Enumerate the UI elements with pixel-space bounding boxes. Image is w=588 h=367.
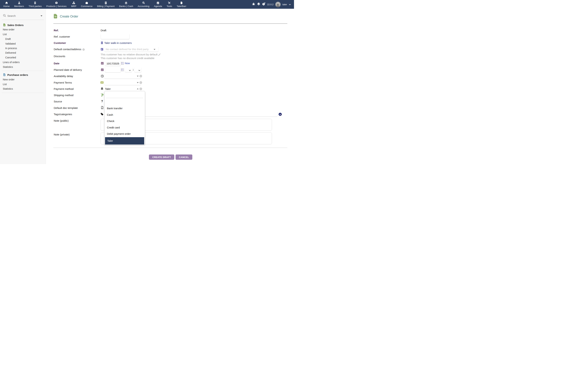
shipping-dolly-icon <box>101 93 104 97</box>
search-caret-icon[interactable] <box>41 15 42 17</box>
contact-info-icon[interactable]: i <box>82 48 85 51</box>
availability-delay-label: Availability delay <box>54 75 73 78</box>
menu-home-label: Home <box>3 5 10 8</box>
date-input[interactable] <box>105 61 121 66</box>
menu-members[interactable]: Members <box>12 0 26 9</box>
menu-agenda-label: Agenda <box>154 5 162 8</box>
user-avatar[interactable] <box>276 2 281 7</box>
sidebar-item-new-order[interactable]: New order <box>3 28 15 31</box>
shipping-method-label: Shipping method <box>54 94 73 97</box>
dropdown-option-empty[interactable] <box>105 99 145 105</box>
availability-info-icon[interactable]: i <box>139 75 142 77</box>
pdf-file-icon <box>101 106 104 110</box>
delivery-hour-select[interactable] <box>125 68 132 72</box>
sidebar-section-sales-orders[interactable]: Sales Orders <box>7 24 24 26</box>
search-underline <box>2 20 44 20</box>
sidebar-item-validated[interactable]: Validated <box>5 42 16 45</box>
payment-terms-label: Payment Terms <box>54 81 72 84</box>
planned-delivery-date-input[interactable] <box>105 68 121 73</box>
sidebar-item-in-process[interactable]: In process <box>5 47 17 50</box>
sidebar-separator <box>2 93 44 93</box>
sidebar-item-draft[interactable]: Draft <box>5 38 11 40</box>
dropdown-option-bank-transfer[interactable]: Bank transfer <box>105 105 145 111</box>
contact-select-caret-icon[interactable] <box>154 49 156 50</box>
doc-template-label: Default doc template <box>54 106 78 109</box>
availability-select-caret-icon <box>137 76 138 77</box>
customer-label: Customer <box>54 42 66 44</box>
create-draft-button[interactable]: CREATE DRAFT <box>149 154 174 160</box>
menu-third-parties[interactable]: Third parties <box>26 0 44 9</box>
search-input[interactable] <box>7 14 37 17</box>
menu-commerce[interactable]: Commerce <box>78 0 95 9</box>
payment-terms-info-icon[interactable]: i <box>139 81 142 84</box>
menu-agenda[interactable]: Agenda <box>152 0 164 9</box>
dropdown-option-debit-payment-order[interactable]: Debit payment order <box>105 131 145 137</box>
delivery-minute-select[interactable] <box>134 68 142 72</box>
menu-accounting[interactable]: $ Accounting <box>135 0 152 9</box>
dropdown-option-cash[interactable]: Cash <box>105 112 145 118</box>
date-label: Date <box>54 62 60 65</box>
svg-text:$: $ <box>143 2 144 3</box>
ref-customer-input[interactable] <box>101 34 130 39</box>
mrp-cubes-icon <box>72 1 75 4</box>
sidebar-section-purchase-orders[interactable]: Purchase orders <box>7 73 28 76</box>
sidebar-item-po-list[interactable]: List <box>3 83 7 86</box>
help-icon[interactable]: ? <box>262 2 265 6</box>
banks-landmark-icon <box>125 1 128 4</box>
dropdown-option-credit-card[interactable]: Credit card <box>105 125 145 131</box>
menu-mrp-label: MRP <box>71 5 76 8</box>
datepicker-button-icon[interactable] <box>121 62 124 65</box>
sidebar-item-list[interactable]: List <box>3 33 7 36</box>
billing-invoice-icon: $ <box>104 1 107 4</box>
sidebar-item-delivered[interactable]: Delivered <box>5 51 16 54</box>
datepicker-button-icon[interactable] <box>121 68 124 72</box>
left-menu: Sales Orders New order List Draft Valida… <box>0 9 46 164</box>
sidebar-item-po-new-order[interactable]: New order <box>3 78 15 81</box>
payment-method-search-input[interactable] <box>106 92 142 97</box>
customer-link[interactable]: Taler walk-in customers <box>104 42 132 44</box>
time-separator: : <box>133 68 134 71</box>
menu-billing-payment[interactable]: $ Billing | Payment <box>95 0 117 9</box>
payment-terms-select[interactable] <box>104 81 141 85</box>
calendar-icon <box>101 68 104 72</box>
tag-icon <box>100 113 104 116</box>
products-cube-icon <box>55 1 58 4</box>
dropdown-option-check[interactable]: Check <box>105 118 145 124</box>
availability-delay-select[interactable] <box>104 74 141 79</box>
edit-pencil-icon[interactable] <box>158 53 161 56</box>
dropdown-option-taler-selected[interactable]: Taler <box>105 137 144 144</box>
menu-products-services[interactable]: Products | Services <box>44 0 69 9</box>
payment-method-info-icon[interactable]: i <box>139 88 142 90</box>
payment-method-label: Payment method <box>54 87 73 90</box>
chevron-down-icon[interactable] <box>289 3 291 6</box>
menu-banks-cash[interactable]: Banks | Cash <box>117 0 135 9</box>
payment-method-caret-up-icon[interactable] <box>137 88 138 89</box>
menu-home[interactable]: Home <box>1 0 12 9</box>
sidebar-item-statistics[interactable]: Statistics <box>3 66 13 68</box>
date-now-link[interactable]: Now <box>125 62 130 65</box>
bug-report-icon[interactable] <box>252 2 255 6</box>
company-building-icon <box>101 42 103 45</box>
sidebar-item-lines-of-orders[interactable]: Lines of orders <box>3 61 20 64</box>
menu-tools[interactable]: Tools <box>164 0 174 9</box>
menu-talerbarr[interactable]: TalerBarr <box>174 0 189 9</box>
sidebar-item-canceled[interactable]: Canceled <box>5 56 16 59</box>
note-public-label: Note (public) <box>54 119 69 122</box>
page-title: Create Order <box>60 15 78 18</box>
add-tag-button[interactable]: + <box>279 113 282 116</box>
dropdown-search-underline <box>106 98 143 98</box>
menu-mrp[interactable]: MRP <box>69 0 78 9</box>
talerbarr-file-icon <box>180 1 183 4</box>
user-menu[interactable]: taler <box>282 3 287 6</box>
svg-text:?: ? <box>263 3 264 5</box>
cancel-button[interactable]: CANCEL <box>175 154 192 160</box>
sidebar-item-po-statistics[interactable]: Statistics <box>3 87 13 90</box>
tags-label: Tags/categories <box>54 113 72 116</box>
menu-tools-label: Tools <box>167 5 172 8</box>
print-icon[interactable] <box>257 2 260 6</box>
address-card-icon <box>101 48 104 51</box>
payment-method-value[interactable]: Taler <box>105 87 111 90</box>
bank-icon <box>101 87 104 91</box>
payment-terms-icon: $ <box>100 81 104 84</box>
note-private-label: Note (private) <box>54 133 70 136</box>
